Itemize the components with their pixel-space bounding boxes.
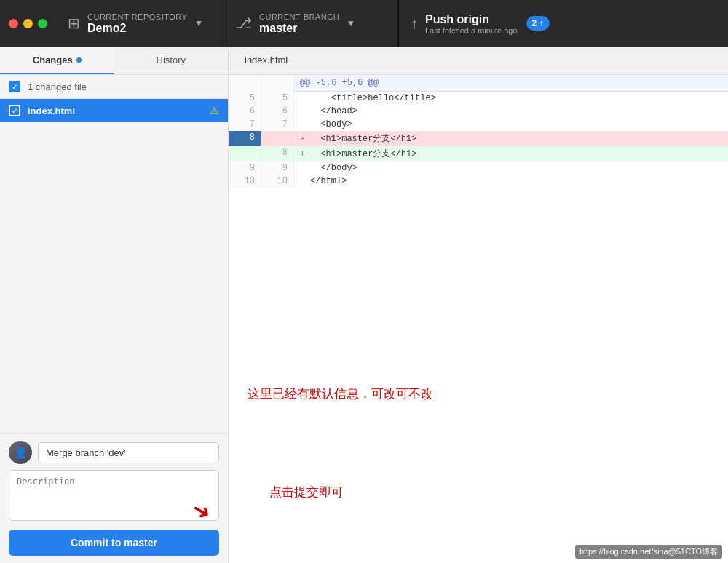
sidebar-tabs: Changes History (0, 47, 228, 75)
file-tab-index-html[interactable]: index.html (237, 47, 295, 74)
warning-icon: ⚠ (210, 105, 219, 116)
tab-history[interactable]: History (114, 47, 229, 74)
traffic-lights (0, 0, 56, 47)
select-all-checkbox[interactable]: ✓ (9, 81, 20, 92)
tab-changes-label: Changes (33, 55, 73, 65)
tab-history-label: History (157, 55, 186, 65)
diff-line-10: 10 10 </html> (229, 175, 728, 188)
repo-label: Current Repository (87, 12, 187, 21)
changed-files-header: ✓ 1 changed file (0, 75, 228, 99)
diff-line-9: 9 9 </body> (229, 161, 728, 175)
push-sublabel: Last fetched a minute ago (425, 26, 518, 35)
diff-line-6: 6 6 </head> (229, 105, 728, 118)
tab-changes[interactable]: Changes (0, 47, 114, 74)
file-name: index.html (28, 105, 210, 116)
changes-dot (76, 57, 82, 63)
close-button[interactable] (9, 19, 18, 28)
file-item-index-html[interactable]: ✓ index.html ⚠ (0, 99, 228, 122)
titlebar: ⊞ Current Repository Demo2 ▼ ⎇ Current B… (0, 0, 728, 47)
commit-button[interactable]: Commit to master (9, 530, 219, 556)
sidebar-spacer (0, 122, 228, 433)
commit-description-textarea[interactable] (9, 470, 219, 521)
branch-name: master (259, 22, 339, 35)
diff-container: @@ -5,6 +5,6 @@ 5 5 <title>hello</title>… (229, 75, 728, 563)
commit-area: 👤 Commit to master (0, 433, 228, 563)
diff-line-8-added: 8 + <h1>master分支</h1> (229, 146, 728, 161)
diff-header: @@ -5,6 +5,6 @@ (294, 75, 728, 92)
push-icon: ↑ (411, 15, 418, 32)
minimize-button[interactable] (23, 19, 33, 28)
branch-label: Current Branch (259, 12, 339, 21)
diff-line-5: 5 5 <title>hello</title> (229, 92, 728, 105)
file-tab-label: index.html (245, 55, 288, 65)
changed-count: 1 changed file (28, 81, 87, 92)
file-checkbox[interactable]: ✓ (9, 105, 20, 116)
maximize-button[interactable] (38, 19, 47, 28)
push-label: Push origin (425, 13, 518, 26)
repo-name: Demo2 (87, 22, 187, 35)
current-repository-section[interactable]: ⊞ Current Repository Demo2 ▼ (56, 0, 223, 47)
diff-line-7: 7 7 <body> (229, 118, 728, 131)
push-badge: 2 ↑ (526, 16, 550, 31)
content-area: index.html @@ -5,6 +5,6 @@ 5 5 <title>he… (229, 47, 728, 563)
watermark: https://blog.csdn.net/sina@51CTO博客 (575, 545, 722, 559)
repo-icon: ⊞ (68, 15, 80, 32)
content-tab-bar: index.html (229, 47, 728, 75)
commit-message-input[interactable] (38, 442, 219, 463)
commit-input-row: 👤 (9, 441, 219, 464)
branch-chevron: ▼ (347, 18, 355, 28)
main-layout: Changes History ✓ 1 changed file ✓ i (0, 47, 728, 563)
branch-icon: ⎇ (235, 15, 252, 32)
push-origin-section[interactable]: ↑ Push origin Last fetched a minute ago … (398, 0, 728, 47)
current-branch-section[interactable]: ⎇ Current Branch master ▼ (223, 0, 398, 47)
diff-header-row: @@ -5,6 +5,6 @@ (229, 75, 728, 92)
avatar: 👤 (9, 441, 32, 464)
diff-line-8-removed: 8 - <h1>master分支</h1> (229, 131, 728, 146)
sidebar: Changes History ✓ 1 changed file ✓ i (0, 47, 229, 563)
repo-chevron: ▼ (194, 18, 203, 28)
